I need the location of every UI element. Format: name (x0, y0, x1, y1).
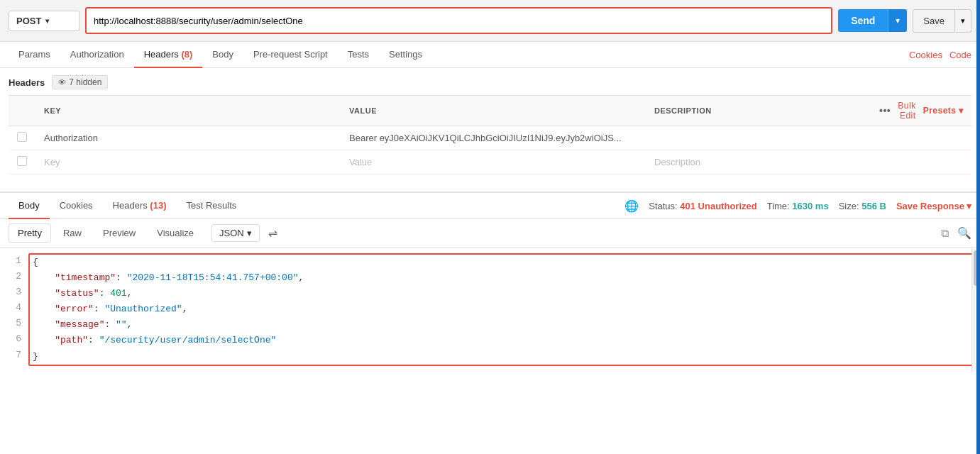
status-value: 401 Unauthorized (680, 201, 756, 211)
desc-placeholder[interactable]: Description (654, 157, 700, 167)
app-container: POST ▾ Send ▾ Save ▾ Params Authorizatio… (0, 0, 980, 454)
header-row-authorization: Authorization Bearer eyJ0eXAiOiJKV1QiLCJ… (9, 126, 971, 150)
url-input[interactable] (87, 11, 831, 31)
eye-icon: 👁 (58, 78, 66, 87)
th-check (9, 96, 35, 126)
fmt-tab-pretty[interactable]: Pretty (9, 223, 51, 243)
value-placeholder[interactable]: Value (349, 157, 372, 167)
th-key: KEY (35, 96, 341, 126)
method-label: POST (16, 16, 41, 26)
resp-tab-headers[interactable]: Headers (13) (103, 193, 177, 219)
time-label: Time: 1630 ms (767, 201, 829, 211)
response-tabs: Body Cookies Headers (13) Test Results 🌐… (0, 193, 980, 219)
more-options-icon[interactable]: ••• (879, 105, 891, 116)
size-label: Size: 556 B (839, 201, 886, 211)
bulk-edit-button[interactable]: Bulk Edit (898, 101, 915, 121)
table-actions: ••• Bulk Edit Presets ▾ (879, 101, 963, 121)
header-row-new: Key Value Description (9, 150, 971, 175)
url-bar-wrapper (85, 7, 832, 34)
cookies-link[interactable]: Cookies (909, 50, 942, 60)
json-line-3: "status": 401, (33, 286, 979, 301)
headers-label: Headers (9, 77, 45, 88)
format-bar: Pretty Raw Preview Visualize JSON ▾ ⇌ ⧉ … (0, 219, 980, 248)
key-placeholder[interactable]: Key (44, 157, 60, 167)
resp-tab-cookies[interactable]: Cookies (50, 193, 103, 219)
request-tabs: Params Authorization Headers (8) Body Pr… (0, 42, 980, 68)
th-actions: ••• Bulk Edit Presets ▾ (871, 96, 971, 126)
presets-button[interactable]: Presets ▾ (923, 106, 963, 116)
key-cell: Authorization (44, 133, 98, 143)
resp-tab-test-results[interactable]: Test Results (176, 193, 246, 219)
save-response-button[interactable]: Save Response ▾ (896, 201, 971, 211)
hidden-badge[interactable]: 👁 7 hidden (52, 75, 108, 89)
response-section: Body Cookies Headers (13) Test Results 🌐… (0, 192, 980, 372)
json-line-4: "error": "Unauthorized", (33, 301, 979, 317)
tab-authorization[interactable]: Authorization (60, 42, 134, 68)
send-btn-group: Send ▾ (838, 9, 907, 32)
time-value: 1630 ms (792, 201, 828, 211)
headers-table: KEY VALUE DESCRIPTION ••• Bulk Edit Pres… (9, 95, 971, 175)
send-button[interactable]: Send (838, 9, 888, 32)
fmt-tab-raw[interactable]: Raw (54, 223, 91, 243)
method-select[interactable]: POST ▾ (9, 11, 79, 31)
tab-body[interactable]: Body (202, 42, 243, 68)
globe-icon[interactable]: 🌐 (624, 199, 639, 213)
json-line-2: "timestamp": "2020-11-18T15:54:41.757+00… (33, 270, 979, 286)
method-arrow-icon: ▾ (45, 17, 49, 25)
tab-params[interactable]: Params (9, 42, 60, 68)
save-button[interactable]: Save (913, 9, 955, 33)
row-checkbox[interactable] (17, 132, 27, 142)
json-line-6: "path": "/security/user/admin/selectOne" (33, 333, 979, 348)
headers-section: Headers 👁 7 hidden KEY VALUE DESCRIPTION… (0, 68, 980, 175)
copy-icon[interactable]: ⧉ (941, 227, 949, 240)
size-value: 556 B (861, 201, 886, 211)
json-body: 1 2 3 4 5 6 7 { "timestamp": "2020-11-18… (0, 248, 980, 372)
wrap-icon[interactable]: ⇌ (268, 226, 277, 240)
json-line-7: } (33, 349, 979, 365)
right-links: Cookies Code (909, 50, 971, 60)
status-label: Status: 401 Unauthorized (649, 201, 756, 211)
hidden-count: 7 hidden (69, 77, 101, 87)
tab-tests[interactable]: Tests (338, 42, 379, 68)
line-numbers: 1 2 3 4 5 6 7 (0, 253, 28, 366)
th-description: DESCRIPTION (646, 96, 871, 126)
save-dropdown-button[interactable]: ▾ (955, 9, 971, 33)
right-border-accent (976, 0, 980, 454)
row-actions (871, 126, 971, 150)
row-checkbox-new[interactable] (17, 156, 27, 166)
search-icon[interactable]: 🔍 (957, 226, 971, 240)
tab-settings[interactable]: Settings (379, 42, 432, 68)
resp-tab-body[interactable]: Body (9, 193, 50, 219)
tab-pre-request[interactable]: Pre-request Script (243, 42, 338, 68)
json-content: { "timestamp": "2020-11-18T15:54:41.757+… (28, 253, 980, 366)
save-btn-group: Save ▾ (913, 9, 971, 33)
request-bar: POST ▾ Send ▾ Save ▾ (0, 0, 980, 42)
fmt-tab-visualize[interactable]: Visualize (148, 223, 203, 243)
json-line-5: "message": "", (33, 317, 979, 333)
headers-badge: (8) (181, 49, 192, 60)
desc-cell (646, 126, 871, 150)
headers-title-row: Headers 👁 7 hidden (9, 75, 971, 89)
fmt-tab-preview[interactable]: Preview (94, 223, 145, 243)
tab-headers[interactable]: Headers (8) (134, 42, 203, 68)
response-status-area: 🌐 Status: 401 Unauthorized Time: 1630 ms… (624, 199, 971, 213)
value-cell: Bearer eyJ0eXAiOiJKV1QiLCJhbGciOiJIUzI1N… (349, 133, 622, 143)
send-dropdown-button[interactable]: ▾ (888, 9, 907, 32)
code-link[interactable]: Code (949, 50, 971, 60)
th-value: VALUE (341, 96, 646, 126)
json-select[interactable]: JSON ▾ (211, 224, 260, 242)
resp-headers-badge: (13) (150, 200, 166, 211)
new-row-actions (871, 150, 971, 175)
json-line-1: { (33, 255, 979, 270)
